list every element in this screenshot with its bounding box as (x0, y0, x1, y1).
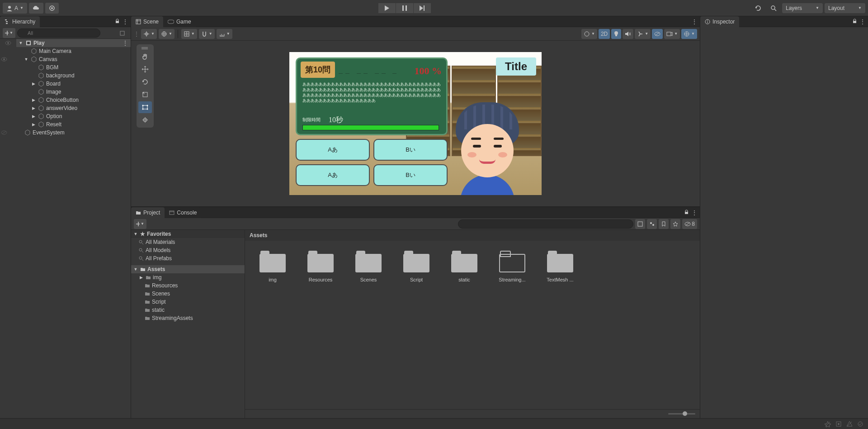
project-tree[interactable]: ▼ ★ Favorites All Materials All Models (131, 230, 245, 418)
game-tab[interactable]: Game (163, 16, 196, 27)
foldout-icon[interactable]: ▶ (31, 122, 36, 127)
foldout-icon[interactable]: ▶ (31, 81, 36, 86)
assets-header[interactable]: ▼ Assets (131, 265, 245, 273)
hierarchy-item-bgm[interactable]: BGM (16, 63, 131, 72)
hierarchy-item-main-camera[interactable]: Main Camera (16, 47, 131, 55)
visibility-icon[interactable] (1, 130, 7, 135)
scene-viewport[interactable]: Title 第10問 ＿＿ ＿＿ ＿＿ ＿ 100 % ああああああああああああ… (131, 41, 700, 206)
hierarchy-item-answervideo[interactable]: ▶ answerVideo (16, 104, 131, 112)
hidden-packages-button[interactable]: 8 (682, 219, 697, 229)
folder-item-img[interactable]: ▶ img (131, 273, 245, 281)
status-icon-3[interactable] (846, 421, 853, 427)
asset-folder-static[interactable]: static (449, 251, 479, 282)
search-by-type-button[interactable] (635, 219, 645, 229)
rotation-mode-button[interactable]: ▼ (159, 29, 175, 39)
pivot-mode-button[interactable]: ▼ (141, 29, 157, 39)
project-tab[interactable]: Project (131, 207, 165, 218)
favorite-search-button[interactable] (670, 219, 680, 229)
tab-menu-icon[interactable]: ⋮ (692, 19, 697, 25)
camera-button[interactable]: ▼ (664, 29, 680, 39)
hierarchy-search-input[interactable] (17, 29, 100, 38)
undo-history-button[interactable] (751, 3, 765, 14)
favorites-header[interactable]: ▼ ★ Favorites (131, 230, 245, 238)
visibility-toggle-button[interactable] (652, 29, 663, 39)
snap-button[interactable]: ▼ (199, 29, 215, 39)
tab-menu-icon[interactable]: ⋮ (123, 19, 128, 25)
play-button[interactable] (378, 3, 396, 13)
global-search-button[interactable] (767, 3, 780, 14)
cloud-button[interactable] (29, 3, 43, 14)
asset-folder-streaming[interactable]: Streaming... (497, 251, 527, 282)
transform-tool-button[interactable] (138, 114, 152, 126)
hierarchy-item-image[interactable]: Image (16, 88, 131, 96)
rotate-tool-button[interactable] (138, 76, 152, 88)
tab-menu-icon[interactable]: ⋮ (692, 210, 697, 216)
hierarchy-tree[interactable]: ▼ Play ⋮ Main Camera ▼ Canvas (0, 39, 131, 418)
fx-toggle-button[interactable]: ▼ (635, 29, 651, 39)
favorite-item-materials[interactable]: All Materials (131, 238, 245, 246)
folder-item-script[interactable]: Script (131, 298, 245, 306)
step-button[interactable] (414, 3, 431, 13)
asset-grid[interactable]: img Resources Scenes Script static Strea… (245, 241, 700, 409)
hierarchy-item-reselt[interactable]: ▶ Reselt (16, 120, 131, 129)
lock-icon[interactable] (115, 19, 120, 25)
console-tab[interactable]: Console (165, 207, 201, 218)
rect-tool-button[interactable] (138, 101, 152, 113)
folder-item-streamingassets[interactable]: StreamingAssets (131, 314, 245, 322)
favorite-item-prefabs[interactable]: All Prefabs (131, 254, 245, 262)
project-search-input[interactable] (458, 219, 633, 229)
inspector-tab[interactable]: Inspector (700, 16, 739, 27)
asset-folder-img[interactable]: img (258, 251, 288, 282)
move-tool-button[interactable] (138, 63, 152, 75)
audio-toggle-button[interactable] (623, 29, 633, 39)
foldout-icon[interactable]: ▶ (31, 106, 36, 110)
search-filter-icon[interactable] (120, 31, 125, 36)
version-control-button[interactable] (45, 3, 59, 14)
hand-tool-button[interactable] (138, 51, 152, 62)
pause-button[interactable] (396, 3, 413, 13)
hierarchy-item-background[interactable]: background (16, 72, 131, 80)
scale-tool-button[interactable] (138, 89, 152, 100)
hierarchy-item-play[interactable]: ▼ Play ⋮ (16, 39, 131, 47)
tab-menu-icon[interactable]: ⋮ (123, 40, 131, 46)
status-icon-1[interactable] (825, 421, 831, 427)
grid-snap-button[interactable]: ▼ (181, 29, 197, 39)
account-button[interactable]: A ▼ (3, 3, 27, 14)
hierarchy-item-choicebutton[interactable]: ▶ ChoiceButton (16, 96, 131, 104)
thumbnail-size-slider[interactable] (668, 413, 695, 415)
folder-item-static[interactable]: static (131, 306, 245, 314)
visibility-icon[interactable] (5, 41, 11, 45)
layout-dropdown[interactable]: Layout ▼ (825, 3, 865, 13)
asset-folder-scenes[interactable]: Scenes (354, 251, 383, 282)
foldout-icon[interactable]: ▼ (24, 57, 29, 62)
hierarchy-tab[interactable]: Hierarchy (0, 16, 40, 27)
increment-snap-button[interactable]: ▼ (217, 29, 232, 39)
foldout-icon[interactable]: ▶ (31, 114, 36, 119)
breadcrumb[interactable]: Assets (245, 230, 700, 241)
asset-folder-textmesh[interactable]: TextMesh ... (545, 251, 575, 282)
draw-mode-button[interactable]: ▼ (581, 29, 597, 39)
palette-drag-handle[interactable] (138, 46, 151, 50)
hierarchy-item-option[interactable]: ▶ Option (16, 112, 131, 120)
scene-tab[interactable]: Scene (131, 16, 163, 27)
gizmos-toggle-button[interactable]: ▼ (681, 29, 697, 39)
hierarchy-item-board[interactable]: ▶ Board (16, 80, 131, 88)
hierarchy-item-canvas[interactable]: ▼ Canvas (8, 55, 131, 63)
foldout-icon[interactable]: ▶ (31, 98, 36, 102)
2d-toggle-button[interactable]: 2D (599, 29, 610, 39)
tab-menu-icon[interactable]: ⋮ (860, 19, 865, 25)
layers-dropdown[interactable]: Layers ▼ (782, 3, 823, 13)
search-by-label-button[interactable] (647, 219, 657, 229)
folder-item-scenes[interactable]: Scenes (131, 290, 245, 298)
lighting-toggle-button[interactable] (611, 29, 621, 39)
folder-item-resources[interactable]: Resources (131, 281, 245, 290)
create-button[interactable]: ▼ (134, 219, 146, 229)
lock-icon[interactable] (684, 210, 689, 216)
lock-icon[interactable] (852, 19, 857, 25)
status-icon-2[interactable] (835, 421, 842, 427)
hierarchy-item-eventsystem[interactable]: EventSystem (8, 129, 131, 137)
drag-handle-icon[interactable]: ⋮ (134, 31, 139, 37)
save-search-button[interactable] (659, 219, 669, 229)
status-icon-4[interactable] (857, 421, 863, 427)
create-button[interactable]: ▼ (3, 28, 15, 38)
